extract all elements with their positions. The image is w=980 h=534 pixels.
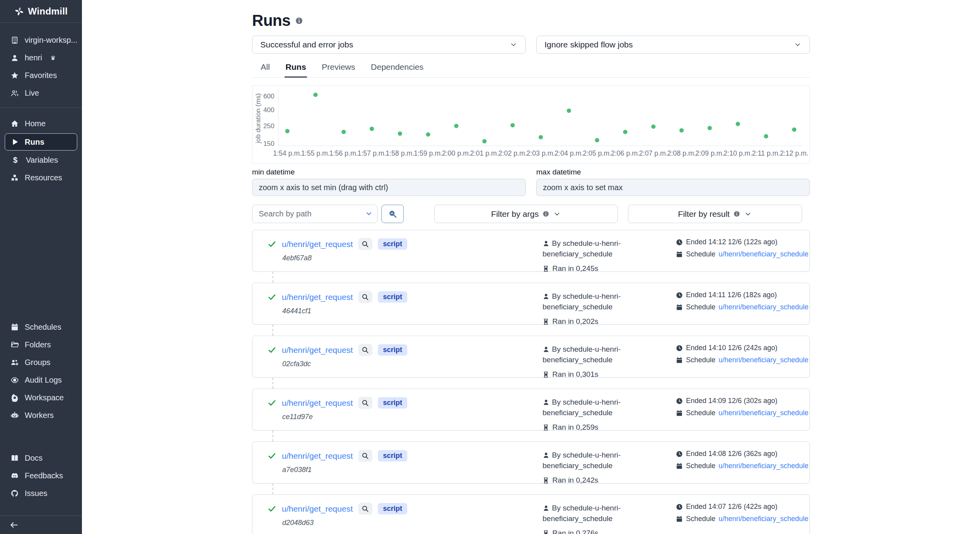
hourglass-icon xyxy=(543,424,549,431)
success-check-icon xyxy=(267,345,276,354)
max-datetime-input[interactable] xyxy=(536,179,810,196)
run-schedule: Schedule u/henri/beneficiary_schedule xyxy=(676,409,809,417)
sidebar: Windmill virgin-worksp... henri ♛ Favori… xyxy=(0,0,82,534)
tab-previews[interactable]: Previews xyxy=(321,62,356,77)
run-row[interactable]: u/henri/get_request script 46441cf1 By s… xyxy=(252,283,810,325)
run-triggered-by: By schedule-u-henri-beneficiary_schedule xyxy=(543,397,660,418)
sidebar-item-workers[interactable]: Workers xyxy=(0,407,82,424)
min-datetime-input[interactable] xyxy=(252,179,526,196)
inspect-run-button[interactable] xyxy=(358,344,372,356)
svg-text:2:11 p.m.: 2:11 p.m. xyxy=(752,149,780,157)
run-path-link[interactable]: u/henri/get_request xyxy=(282,398,353,408)
sidebar-item-resources[interactable]: Resources xyxy=(0,169,82,187)
tab-dependencies[interactable]: Dependencies xyxy=(370,62,424,77)
run-path-link[interactable]: u/henri/get_request xyxy=(282,504,353,514)
chevron-down-icon[interactable] xyxy=(365,210,373,218)
run-row[interactable]: u/henri/get_request script 4ebf67a8 By s… xyxy=(252,230,810,272)
schedule-link[interactable]: u/henri/beneficiary_schedule xyxy=(719,515,808,523)
run-row[interactable]: u/henri/get_request script 02cfa3dc By s… xyxy=(252,336,810,378)
run-by-text: By schedule-u-henri-beneficiary_schedule xyxy=(543,451,621,470)
person-icon xyxy=(543,293,550,300)
sidebar-item-folders[interactable]: Folders xyxy=(0,336,82,354)
run-row[interactable]: u/henri/get_request script d2048d63 By s… xyxy=(252,494,810,534)
run-row-left: u/henri/get_request script d2048d63 xyxy=(252,503,543,534)
schedule-link[interactable]: u/henri/beneficiary_schedule xyxy=(719,303,808,311)
svg-text:150: 150 xyxy=(263,140,274,147)
admin-nav: Schedules Folders Groups Audit Logs xyxy=(0,318,82,424)
job-status-filter-select[interactable]: Successful and error jobs xyxy=(252,36,526,54)
run-id: d2048d63 xyxy=(282,519,543,527)
sidebar-item-schedules[interactable]: Schedules xyxy=(0,318,82,336)
svg-text:1:59 p.m.: 1:59 p.m. xyxy=(414,149,443,157)
svg-text:job duration (ms): job duration (ms) xyxy=(254,93,262,144)
inspect-run-button[interactable] xyxy=(358,450,372,462)
inspect-run-button[interactable] xyxy=(358,397,372,409)
sidebar-item-issues[interactable]: Issues xyxy=(0,485,82,502)
run-row-left: u/henri/get_request script 02cfa3dc xyxy=(252,344,543,377)
sidebar-item-feedbacks[interactable]: Feedbacks xyxy=(0,467,82,485)
run-path-link[interactable]: u/henri/get_request xyxy=(282,292,353,302)
folder-icon xyxy=(11,341,19,349)
run-id: 46441cf1 xyxy=(282,307,543,315)
run-id: 02cfa3dc xyxy=(282,360,543,368)
filter-by-result-button[interactable]: Filter by result xyxy=(628,205,802,223)
filter-by-args-button[interactable]: Filter by args xyxy=(434,205,618,223)
sidebar-item-workspace-switcher[interactable]: virgin-worksp... xyxy=(0,31,82,49)
sidebar-item-live[interactable]: Live xyxy=(0,84,82,102)
tab-runs[interactable]: Runs xyxy=(285,62,307,78)
sidebar-item-home[interactable]: Home xyxy=(0,115,82,133)
app-logo[interactable]: Windmill xyxy=(0,0,82,23)
run-ended-text: Ended 14:08 12/6 (362s ago) xyxy=(686,450,777,458)
dollar-icon: $ xyxy=(11,156,20,165)
variables-label: Variables xyxy=(26,156,58,165)
schedule-link[interactable]: u/henri/beneficiary_schedule xyxy=(719,250,808,258)
run-row-middle: By schedule-u-henri-beneficiary_schedule… xyxy=(543,397,676,430)
duration-scatter-chart[interactable]: 150250400600job duration (ms)1:54 p.m.1:… xyxy=(252,86,809,163)
svg-text:2:10 p.m.: 2:10 p.m. xyxy=(724,149,752,157)
tab-all[interactable]: All xyxy=(260,62,270,77)
calendar-icon xyxy=(676,357,683,364)
run-by-text: By schedule-u-henri-beneficiary_schedule xyxy=(543,504,621,523)
sidebar-item-audit-logs[interactable]: Audit Logs xyxy=(0,371,82,389)
inspect-run-button[interactable] xyxy=(358,238,372,250)
run-path-link[interactable]: u/henri/get_request xyxy=(282,345,353,355)
svg-text:1:57 p.m.: 1:57 p.m. xyxy=(358,149,386,157)
run-schedule-label: Schedule xyxy=(686,515,715,523)
runs-list: u/henri/get_request script 4ebf67a8 By s… xyxy=(252,230,810,534)
sidebar-item-groups[interactable]: Groups xyxy=(0,354,82,371)
run-row[interactable]: u/henri/get_request script a7e038f1 By s… xyxy=(252,441,810,483)
run-path-link[interactable]: u/henri/get_request xyxy=(282,451,353,461)
home-icon xyxy=(11,120,19,128)
inspect-run-button[interactable] xyxy=(358,503,372,515)
sidebar-item-variables[interactable]: $ Variables xyxy=(0,151,82,169)
sidebar-item-runs[interactable]: Runs xyxy=(5,133,77,151)
sidebar-item-workspace-settings[interactable]: Workspace xyxy=(0,389,82,407)
schedule-link[interactable]: u/henri/beneficiary_schedule xyxy=(719,356,808,364)
run-path-link[interactable]: u/henri/get_request xyxy=(282,240,353,249)
svg-text:1:58 p.m.: 1:58 p.m. xyxy=(386,149,414,157)
sidebar-footer xyxy=(0,512,82,534)
run-ended: Ended 14:11 12/6 (182s ago) xyxy=(676,291,809,299)
run-row[interactable]: u/henri/get_request script ce11d97e By s… xyxy=(252,389,810,430)
sidebar-item-docs[interactable]: Docs xyxy=(0,449,82,467)
magnifier-icon xyxy=(361,399,369,407)
schedule-link[interactable]: u/henri/beneficiary_schedule xyxy=(719,409,808,417)
run-triggered-by: By schedule-u-henri-beneficiary_schedule xyxy=(543,238,660,259)
collapse-sidebar-button[interactable] xyxy=(0,516,82,534)
skipped-flow-filter-select[interactable]: Ignore skipped flow jobs xyxy=(536,36,810,54)
inspect-run-button[interactable] xyxy=(358,291,372,303)
search-button[interactable] xyxy=(381,205,404,223)
search-by-path-input[interactable] xyxy=(252,205,377,223)
run-schedule-label: Schedule xyxy=(686,356,715,364)
info-icon[interactable] xyxy=(295,17,303,25)
run-row-middle: By schedule-u-henri-beneficiary_schedule… xyxy=(543,503,676,534)
run-schedule: Schedule u/henri/beneficiary_schedule xyxy=(676,303,809,311)
run-schedule: Schedule u/henri/beneficiary_schedule xyxy=(676,462,809,470)
run-connector xyxy=(272,272,810,283)
sidebar-item-favorites[interactable]: Favorites xyxy=(0,67,82,84)
run-duration: Ran in 0,245s xyxy=(543,264,676,273)
schedule-link[interactable]: u/henri/beneficiary_schedule xyxy=(719,462,808,470)
calendar-icon xyxy=(11,323,19,331)
sidebar-item-user[interactable]: henri ♛ xyxy=(0,49,82,67)
run-triggered-by: By schedule-u-henri-beneficiary_schedule xyxy=(543,450,660,471)
